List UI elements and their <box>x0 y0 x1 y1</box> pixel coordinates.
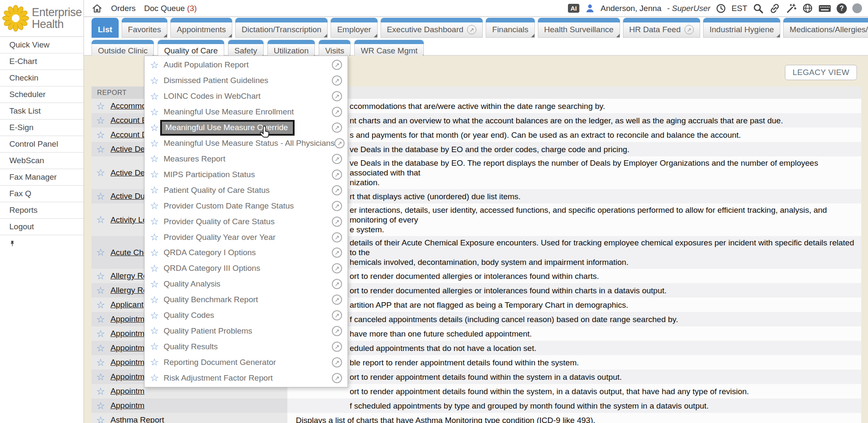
sidebar-item-logout[interactable]: Logout <box>0 219 83 235</box>
search-icon[interactable] <box>753 3 764 14</box>
favorite-star-icon[interactable]: ☆ <box>96 415 105 423</box>
menu-item-qrda-category-iii-options[interactable]: ☆ QRDA Category III Options ↗ <box>145 261 348 276</box>
open-new-window-icon[interactable]: ↗ <box>332 232 342 242</box>
tab-health-surveillance[interactable]: Health Surveillance <box>538 18 620 38</box>
breadcrumb-orders[interactable]: Orders <box>111 4 136 13</box>
menu-item-quality-benchmark-report[interactable]: ☆ Quality Benchmark Report ↗ <box>145 292 348 308</box>
menu-item-meaningful-use-measure-status-all-physicians[interactable]: ☆ Meaningful Use Measure Status - All Ph… <box>145 136 348 151</box>
tab-industrial-hygiene[interactable]: Industrial Hygiene <box>703 18 780 38</box>
ai-badge[interactable]: AI <box>568 4 579 13</box>
favorite-star-icon[interactable]: ☆ <box>150 295 164 305</box>
open-new-window-icon[interactable]: ↗ <box>332 91 342 101</box>
menu-item-label[interactable]: Reporting Document Generator <box>164 358 276 367</box>
favorite-star-icon[interactable]: ☆ <box>150 311 164 320</box>
tab-employer[interactable]: Employer <box>331 18 377 38</box>
open-new-window-icon[interactable]: ↗ <box>332 342 342 352</box>
report-link[interactable]: Allergy Re <box>111 271 148 281</box>
report-link[interactable]: Appointm <box>111 329 145 338</box>
menu-item-label[interactable]: Quality Codes <box>164 311 214 320</box>
legacy-view-button[interactable]: LEGACY VIEW <box>785 65 857 80</box>
report-link[interactable]: Applicant <box>111 300 144 309</box>
report-link[interactable]: Asthma Report <box>111 415 164 423</box>
sidebar-item-e-sign[interactable]: E-Sign <box>0 120 83 136</box>
favorite-star-icon[interactable]: ☆ <box>96 286 105 295</box>
favorite-star-icon[interactable]: ☆ <box>150 60 164 70</box>
home-icon[interactable] <box>92 3 103 14</box>
open-new-window-icon[interactable]: ↗ <box>332 122 342 133</box>
sidebar-item-task-list[interactable]: Task List <box>0 103 83 120</box>
report-link[interactable]: Appointm <box>111 387 145 396</box>
menu-item-label[interactable]: Measures Report <box>164 154 225 164</box>
report-link[interactable]: Active De <box>111 145 145 154</box>
favorite-star-icon[interactable]: ☆ <box>96 314 105 324</box>
open-new-window-icon[interactable]: ↗ <box>332 248 342 258</box>
menu-item-label[interactable]: MIPS Participation Status <box>164 170 255 179</box>
favorite-star-icon[interactable]: ☆ <box>150 170 164 179</box>
favorite-star-icon[interactable]: ☆ <box>96 130 105 140</box>
menu-item-provider-custom-date-range-status[interactable]: ☆ Provider Custom Date Range Status ↗ <box>145 198 348 214</box>
menu-item-label[interactable]: Provider Quality of Care Status <box>164 217 275 226</box>
report-link[interactable]: Appointm <box>111 314 145 324</box>
favorite-star-icon[interactable]: ☆ <box>150 139 164 148</box>
open-new-window-icon[interactable]: ↗ <box>332 279 342 289</box>
menu-item-label[interactable]: Dismissed Patient Guidelines <box>164 76 268 85</box>
favorite-star-icon[interactable]: ☆ <box>150 248 164 258</box>
menu-item-label[interactable]: Quality Patient Problems <box>164 326 252 336</box>
favorite-star-icon[interactable]: ☆ <box>96 215 105 225</box>
menu-item-provider-quality-year-over-year[interactable]: ☆ Provider Quality Year over Year ↗ <box>145 229 348 245</box>
report-link[interactable]: Appointm <box>111 358 145 367</box>
menu-item-mips-participation-status[interactable]: ☆ MIPS Participation Status ↗ <box>145 167 348 182</box>
breadcrumb-doc-queue[interactable]: Doc Queue(3) <box>144 4 197 13</box>
tab-favorites[interactable]: Favorites <box>122 18 167 38</box>
favorite-star-icon[interactable]: ☆ <box>96 387 105 396</box>
menu-item-meaningful-use-measure-enrollment[interactable]: ☆ Meaningful Use Measure Enrollment ↗ <box>145 104 348 120</box>
help-icon[interactable]: ? <box>837 3 847 14</box>
favorite-star-icon[interactable]: ☆ <box>96 168 105 178</box>
tab-executive-dashboard[interactable]: Executive Dashboard ↗ <box>381 18 483 38</box>
open-new-window-icon[interactable]: ↗ <box>332 357 342 367</box>
tab-financials[interactable]: Financials <box>486 18 535 38</box>
menu-item-patient-quality-of-care-status[interactable]: ☆ Patient Quality of Care Status ↗ <box>145 182 348 198</box>
open-new-window-icon[interactable]: ↗ <box>332 170 342 180</box>
favorite-star-icon[interactable]: ☆ <box>96 401 105 411</box>
open-new-window-icon[interactable]: ↗ <box>332 185 342 195</box>
sidebar-item-scheduler[interactable]: Scheduler <box>0 86 83 103</box>
tab-medications-allergies-scripts[interactable]: Medications/Allergies/Scripts <box>783 18 868 38</box>
favorite-star-icon[interactable]: ☆ <box>96 372 105 382</box>
open-new-window-icon[interactable]: ↗ <box>332 295 342 305</box>
sidebar-item-fax-q[interactable]: Fax Q <box>0 186 83 202</box>
favorite-star-icon[interactable]: ☆ <box>96 329 105 339</box>
open-new-window-icon[interactable]: ↗ <box>332 107 342 117</box>
magic-wand-icon[interactable] <box>786 3 797 14</box>
favorite-star-icon[interactable]: ☆ <box>96 145 105 154</box>
menu-item-risk-adjustment-factor-report[interactable]: ☆ Risk Adjustment Factor Report ↗ <box>145 370 348 386</box>
open-new-window-icon[interactable]: ↗ <box>332 201 342 211</box>
favorite-star-icon[interactable]: ☆ <box>150 357 164 367</box>
report-link[interactable]: Active De <box>111 168 145 178</box>
favorite-star-icon[interactable]: ☆ <box>150 107 164 117</box>
menu-item-label[interactable]: Quality Analysis <box>164 279 220 289</box>
favorite-star-icon[interactable]: ☆ <box>96 358 105 367</box>
link-icon[interactable] <box>769 3 780 14</box>
favorite-star-icon[interactable]: ☆ <box>96 192 105 201</box>
sidebar-item-checkin[interactable]: Checkin <box>0 70 83 86</box>
favorite-star-icon[interactable]: ☆ <box>150 232 164 242</box>
favorite-star-icon[interactable]: ☆ <box>150 264 164 273</box>
menu-item-label[interactable]: QRDA Category I Options <box>164 248 256 257</box>
menu-item-label[interactable]: Meaningful Use Measure Status - All Phys… <box>164 139 334 148</box>
favorite-star-icon[interactable]: ☆ <box>150 279 164 289</box>
favorite-star-icon[interactable]: ☆ <box>150 201 164 211</box>
menu-item-label[interactable]: Meaningful Use Measure Enrollment <box>164 107 294 117</box>
report-link[interactable]: Account E <box>111 116 147 125</box>
keyboard-icon[interactable] <box>818 3 831 14</box>
menu-item-meaningful-use-measure-override[interactable]: ☆ Meaningful Use Measure Override ↗ <box>145 120 348 136</box>
menu-item-quality-results[interactable]: ☆ Quality Results ↗ <box>145 339 348 354</box>
open-new-window-icon[interactable]: ↗ <box>332 263 342 273</box>
open-new-window-icon[interactable]: ↗ <box>332 60 342 70</box>
open-new-window-icon[interactable]: ↗ <box>332 326 342 336</box>
favorite-star-icon[interactable]: ☆ <box>150 217 164 226</box>
menu-item-qrda-category-i-options[interactable]: ☆ QRDA Category I Options ↗ <box>145 245 348 261</box>
menu-item-label[interactable]: Provider Quality Year over Year <box>164 233 275 242</box>
sidebar-item-fax-manager[interactable]: Fax Manager <box>0 169 83 186</box>
menu-item-label[interactable]: Risk Adjustment Factor Report <box>164 373 273 383</box>
